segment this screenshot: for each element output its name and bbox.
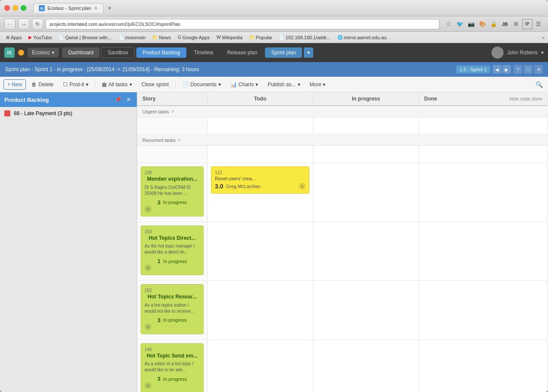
- bookmark-qwisk[interactable]: 📄 Qwisk | Browse with...: [56, 34, 114, 41]
- story-138-desc: Dr S Raghu CiviCRM ID 25408 He has been …: [145, 185, 200, 197]
- story-153-expand-button[interactable]: ∨: [145, 264, 151, 271]
- bookmark-star-icon[interactable]: ☆: [444, 19, 454, 29]
- close-window-button[interactable]: [4, 5, 10, 11]
- bookmarks-bar: ⊞ Apps ▶ YouTube 📄 Qwisk | Browse with..…: [0, 32, 548, 43]
- bookmark-moinmoin[interactable]: 📄 moinmoin: [116, 34, 148, 41]
- close-sprint-button[interactable]: Close sprint: [138, 79, 173, 90]
- bookmark-ip-addr[interactable]: 📄 192.168.100.1/addr...: [277, 34, 333, 41]
- story-152-expand-area: ∨: [145, 323, 200, 330]
- toolbar-separator-2: [175, 80, 176, 89]
- story-152-status: In progress: [163, 317, 187, 323]
- nav-timeline[interactable]: Timeline: [188, 47, 220, 58]
- user-avatar: [491, 47, 504, 59]
- story-153-desc: As the hot topic manager I would like a …: [145, 243, 200, 255]
- tab-close-button[interactable]: ✕: [94, 5, 98, 11]
- story-152-expand-button[interactable]: ∨: [145, 323, 151, 330]
- sprint-nav: ◀ ▶: [493, 65, 511, 74]
- project-dropdown[interactable]: Ecolsoc ▾: [28, 48, 59, 57]
- story-149-number: 149: [145, 347, 200, 352]
- forward-button[interactable]: →: [18, 19, 29, 30]
- task-card-113[interactable]: 113 Reset users' crea... 3.0 Greg McLach…: [211, 166, 309, 194]
- bookmark-ip-addr-label: 192.168.100.1/addr...: [286, 35, 331, 40]
- url-bar[interactable]: projects.interlated.com.au/icescrum2/p/E…: [46, 19, 439, 29]
- urgent-story-cell: [137, 117, 208, 135]
- story-card-138[interactable]: 138 Member expiration... Dr S Raghu Civi…: [141, 166, 204, 216]
- nav-more-dropdown[interactable]: ▾: [304, 47, 313, 58]
- sprint-help-button[interactable]: ?: [513, 65, 522, 74]
- extension-icon-4[interactable]: 🔒: [488, 19, 499, 29]
- story-color-indicator: [4, 110, 10, 116]
- task-113-expand-button[interactable]: ∨: [299, 183, 305, 190]
- reload-button[interactable]: ↻: [32, 19, 43, 30]
- minimize-window-button[interactable]: [13, 5, 18, 11]
- sprint-close-button[interactable]: ✕: [534, 65, 543, 74]
- story-149-cell: 149 Hot Topic Send em... As a editor of …: [137, 340, 208, 392]
- nav-sprint-plan[interactable]: Sprint plan: [265, 47, 302, 58]
- browser-toolbar: ← → ↻ projects.interlated.com.au/icescru…: [0, 16, 548, 32]
- moinmoin-icon: 📄: [119, 35, 124, 40]
- sprint-expand-button[interactable]: □: [524, 65, 532, 74]
- nav-product-backlog[interactable]: Product Backlog: [136, 47, 186, 58]
- urgent-tasks-section: Urgent tasks ✓: [137, 106, 548, 117]
- story-card-153[interactable]: 153 Hot Topics Direct... As the hot topi…: [141, 226, 204, 276]
- user-dropdown-chevron[interactable]: ▾: [541, 50, 544, 56]
- bookmark-apps[interactable]: ⊞ Apps: [3, 34, 24, 41]
- browser-tab-active[interactable]: IS Ecolsoc - Sprint plan ✕: [33, 3, 104, 13]
- story-149-status: In progress: [163, 376, 187, 382]
- sprint-next-button[interactable]: ▶: [502, 65, 511, 74]
- nav-dashboard[interactable]: Dashboard: [62, 47, 100, 58]
- sprint-action-buttons: ? □ ✕: [513, 65, 543, 74]
- recurrent-todo-cell: [208, 146, 313, 163]
- back-button[interactable]: ←: [4, 19, 16, 30]
- story-138-expand-area: ∨: [145, 206, 200, 213]
- sidebar-pin-button[interactable]: 📌: [113, 96, 123, 103]
- post-it-button[interactable]: ☐ Post-it ▾: [59, 79, 92, 90]
- bookmark-youtube[interactable]: ▶ YouTube: [26, 34, 54, 41]
- sidebar-backlog-item[interactable]: 88 - Late Payment (3 pts): [0, 107, 137, 120]
- extension-icon-1[interactable]: 🐦: [455, 19, 465, 29]
- extension-icon-3[interactable]: 🎨: [477, 19, 488, 29]
- story-card-149[interactable]: 149 Hot Topic Send em... As a editor of …: [141, 343, 204, 392]
- delete-button[interactable]: 🗑 Delete: [28, 79, 57, 90]
- extension-icon-ip[interactable]: IP: [522, 19, 532, 29]
- bookmarks-more-button[interactable]: »: [542, 35, 545, 40]
- new-button[interactable]: + New: [3, 79, 26, 90]
- menu-button[interactable]: ☰: [533, 19, 544, 29]
- more-button[interactable]: More ▾: [306, 79, 330, 90]
- board-grid: Story Todo In progress Done Hide state d…: [137, 92, 548, 392]
- bookmark-news-label: News: [159, 35, 171, 40]
- story-138-expand-button[interactable]: ∨: [145, 206, 151, 213]
- browser-toolbar-icons: ☆ 🐦 📷 🎨 🔒 JB ⚙ IP ☰: [444, 19, 544, 29]
- bookmark-aarnet[interactable]: 🌐 mirror.aarnet.edu.au: [335, 34, 389, 41]
- all-tasks-button[interactable]: ▦ All tasks ▾: [98, 79, 136, 90]
- bookmark-popular[interactable]: 📁 Popular: [247, 34, 275, 41]
- extension-icon-2[interactable]: 📷: [466, 19, 476, 29]
- new-tab-button[interactable]: +: [104, 3, 116, 13]
- recurrent-tasks-check: ✓: [177, 137, 181, 143]
- search-button[interactable]: 🔍: [534, 79, 545, 90]
- task-113-number: 113: [215, 170, 305, 175]
- sprint-prev-button[interactable]: ◀: [493, 65, 501, 74]
- documents-button[interactable]: 📄 Documents ▾: [178, 79, 225, 90]
- user-name[interactable]: John Robens: [507, 50, 538, 56]
- nav-release-plan[interactable]: Release plan: [221, 47, 263, 58]
- nav-sandbox[interactable]: Sandbox: [101, 47, 135, 58]
- sidebar-close-button[interactable]: ✕: [125, 96, 132, 103]
- story-card-152[interactable]: 152 Hot Topics Resear... As a hot topics…: [141, 284, 204, 334]
- story-152-desc: As a hot topics author I would not like …: [145, 302, 200, 314]
- charts-chevron: ▾: [255, 82, 258, 88]
- charts-button[interactable]: 📊 Charts ▾: [227, 79, 262, 90]
- hide-done-button[interactable]: Hide state done: [509, 96, 542, 101]
- bookmark-wikipedia[interactable]: W Wikipedia: [214, 34, 245, 41]
- extension-icon-jb[interactable]: JB: [500, 19, 510, 29]
- publish-button[interactable]: Publish as... ▾: [264, 79, 304, 90]
- story-153-in-progress-cell: [313, 222, 419, 281]
- news-icon: 📁: [152, 35, 157, 40]
- bookmark-google-apps[interactable]: G Google Apps: [175, 34, 212, 41]
- story-149-expand-button[interactable]: ∨: [145, 382, 151, 389]
- bookmark-news[interactable]: 📁 News: [150, 34, 173, 41]
- delete-label: Delete: [38, 82, 54, 88]
- extension-icon-5[interactable]: ⚙: [511, 19, 521, 29]
- maximize-window-button[interactable]: [21, 5, 26, 11]
- task-113-footer: 3.0 Greg McLachlan ∨: [215, 183, 305, 190]
